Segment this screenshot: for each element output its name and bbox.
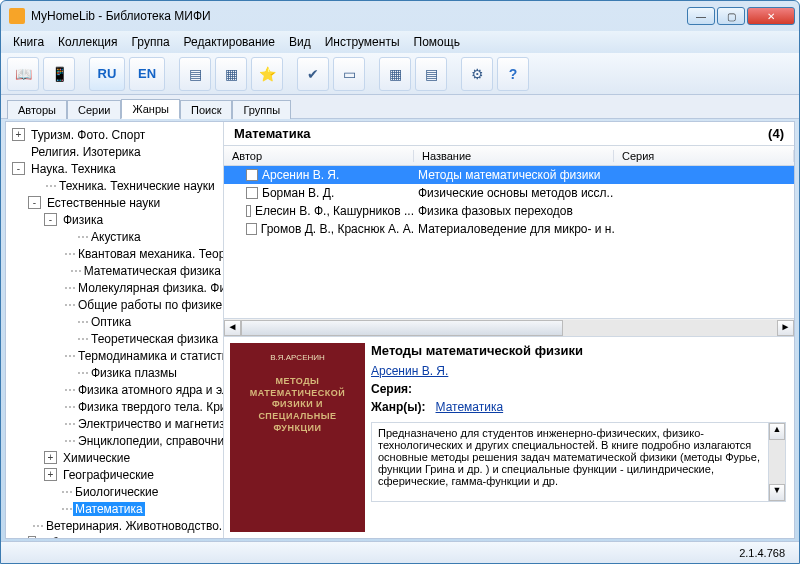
row-checkbox[interactable]	[246, 169, 258, 181]
maximize-button[interactable]: ▢	[717, 7, 745, 25]
tree-node[interactable]: -Наука. Техника	[8, 160, 223, 177]
expand-icon[interactable]: +	[44, 468, 57, 481]
expand-icon[interactable]: +	[44, 451, 57, 464]
tree-node[interactable]: ⋯Физика атомного ядра и эле	[8, 381, 223, 398]
tree-node[interactable]: ⋯Математика	[8, 500, 223, 517]
expand-icon[interactable]: +	[12, 128, 25, 141]
menu-view[interactable]: Вид	[283, 33, 317, 51]
lang-ru-button[interactable]: RU	[89, 57, 125, 91]
tree-node[interactable]: ⋯Физика плазмы	[8, 364, 223, 381]
row-checkbox[interactable]	[246, 187, 258, 199]
col-author[interactable]: Автор	[224, 150, 414, 162]
row-checkbox[interactable]	[246, 223, 257, 235]
titlebar[interactable]: MyHomeLib - Библиотека МИФИ — ▢ ✕	[1, 1, 799, 31]
device-button[interactable]: 📱	[43, 57, 75, 91]
tab-серии[interactable]: Серии	[67, 100, 121, 119]
tree-node[interactable]: +Туризм. Фото. Спорт	[8, 126, 223, 143]
tree-node[interactable]: ⋯Общие работы по физике	[8, 296, 223, 313]
tab-авторы[interactable]: Авторы	[7, 100, 67, 119]
table-row[interactable]: Борман В. Д.Физические основы методов ис…	[224, 184, 794, 202]
table-row[interactable]: Елесин В. Ф., Кашурников ...Физика фазов…	[224, 202, 794, 220]
grid2-button[interactable]: ▤	[415, 57, 447, 91]
tab-жанры[interactable]: Жанры	[121, 99, 180, 119]
tree-label: Ветеринария. Животноводство. Се	[44, 519, 224, 533]
tree-node[interactable]: ⋯Биологические	[8, 483, 223, 500]
tree-node[interactable]: ⋯Оптика	[8, 313, 223, 330]
tree-label: Общественные и гуманитарные на	[40, 536, 224, 539]
table-row[interactable]: Арсенин В. Я.Методы математической физик…	[224, 166, 794, 184]
tree-label: Энциклопедии, справочник	[76, 434, 224, 448]
table-row[interactable]: Громов Д. В., Краснюк А. А.Материаловеде…	[224, 220, 794, 238]
scroll-right-icon[interactable]: ►	[777, 320, 794, 336]
cover-author: В.Я.АРСЕНИН	[270, 353, 325, 362]
scroll-thumb[interactable]	[241, 320, 563, 336]
genre-link[interactable]: Математика	[436, 400, 504, 414]
detail-author-link[interactable]: Арсенин В. Я.	[371, 364, 448, 378]
grid1-button[interactable]: ▦	[379, 57, 411, 91]
tree-node[interactable]: ⋯Молекулярная физика. Физи	[8, 279, 223, 296]
tree-node[interactable]: ⋯Ветеринария. Животноводство. Се	[8, 517, 223, 534]
col-series[interactable]: Серия	[614, 150, 794, 162]
tree-label: Естественные науки	[45, 196, 162, 210]
client-area: +Туризм. Фото. СпортРелигия. Изотерика-Н…	[5, 121, 795, 539]
tree-node[interactable]: ⋯Математическая физика	[8, 262, 223, 279]
category-tree[interactable]: +Туризм. Фото. СпортРелигия. Изотерика-Н…	[6, 122, 224, 538]
scroll-up-icon[interactable]: ▲	[769, 423, 785, 440]
tree-node[interactable]: ⋯Физика твердого тела. Крис	[8, 398, 223, 415]
lang-en-button[interactable]: EN	[129, 57, 165, 91]
menu-tools[interactable]: Инструменты	[319, 33, 406, 51]
tree-node[interactable]: -Естественные науки	[8, 194, 223, 211]
menu-edit[interactable]: Редактирование	[178, 33, 281, 51]
scroll-track[interactable]	[241, 320, 777, 336]
menu-help[interactable]: Помощь	[408, 33, 466, 51]
tab-группы[interactable]: Группы	[232, 100, 291, 119]
filter1-button[interactable]: ▤	[179, 57, 211, 91]
favorite-button[interactable]: ⭐	[251, 57, 283, 91]
tree-node[interactable]: +Химические	[8, 449, 223, 466]
expand-icon[interactable]: +	[28, 536, 36, 538]
tree-spacer	[60, 264, 66, 277]
tree-node[interactable]: ⋯Техника. Технические науки	[8, 177, 223, 194]
tree-node[interactable]: ⋯Квантовая механика. Теори	[8, 245, 223, 262]
read-button[interactable]: 📖	[7, 57, 39, 91]
uncheck-button[interactable]: ▭	[333, 57, 365, 91]
desc-scroll-track[interactable]	[769, 440, 785, 484]
window-title: MyHomeLib - Библиотека МИФИ	[31, 9, 687, 23]
tree-node[interactable]: -Физика	[8, 211, 223, 228]
grid-header[interactable]: Автор Название Серия	[224, 146, 794, 166]
filter2-button[interactable]: ▦	[215, 57, 247, 91]
tree-label: Физика твердого тела. Крис	[76, 400, 224, 414]
cell-author: Елесин В. Ф., Кашурников ...	[255, 204, 414, 218]
tab-поиск[interactable]: Поиск	[180, 100, 232, 119]
tree-node[interactable]: ⋯Теоретическая физика	[8, 330, 223, 347]
tree-node[interactable]: ⋯Энциклопедии, справочник	[8, 432, 223, 449]
help-button[interactable]: ?	[497, 57, 529, 91]
close-button[interactable]: ✕	[747, 7, 795, 25]
menu-book[interactable]: Книга	[7, 33, 50, 51]
tree-label: Наука. Техника	[29, 162, 118, 176]
tree-node[interactable]: ⋯Акустика	[8, 228, 223, 245]
scroll-left-icon[interactable]: ◄	[224, 320, 241, 336]
tree-node[interactable]: ⋯Термодинамика и статистич	[8, 347, 223, 364]
collapse-icon[interactable]: -	[12, 162, 25, 175]
row-checkbox[interactable]	[246, 205, 251, 217]
tree-node[interactable]: +Географические	[8, 466, 223, 483]
tree-spacer	[60, 230, 73, 243]
grid-body: Арсенин В. Я.Методы математической физик…	[224, 166, 794, 238]
tree-node[interactable]: Религия. Изотерика	[8, 143, 223, 160]
menu-collection[interactable]: Коллекция	[52, 33, 123, 51]
menu-group[interactable]: Группа	[126, 33, 176, 51]
col-title[interactable]: Название	[414, 150, 614, 162]
desc-scrollbar[interactable]: ▲ ▼	[768, 423, 785, 501]
grid-hscrollbar[interactable]: ◄ ►	[224, 318, 794, 336]
collapse-icon[interactable]: -	[28, 196, 41, 209]
minimize-button[interactable]: —	[687, 7, 715, 25]
collapse-icon[interactable]: -	[44, 213, 57, 226]
book-description[interactable]: Предназначено для студентов инженерно-фи…	[371, 422, 786, 502]
settings-button[interactable]: ⚙	[461, 57, 493, 91]
tree-node[interactable]: +Общественные и гуманитарные на	[8, 534, 223, 538]
check-button[interactable]: ✔	[297, 57, 329, 91]
scroll-down-icon[interactable]: ▼	[769, 484, 785, 501]
tree-node[interactable]: ⋯Электричество и магнетизм	[8, 415, 223, 432]
cell-title: Материаловедение для микро- и н...	[414, 222, 614, 236]
